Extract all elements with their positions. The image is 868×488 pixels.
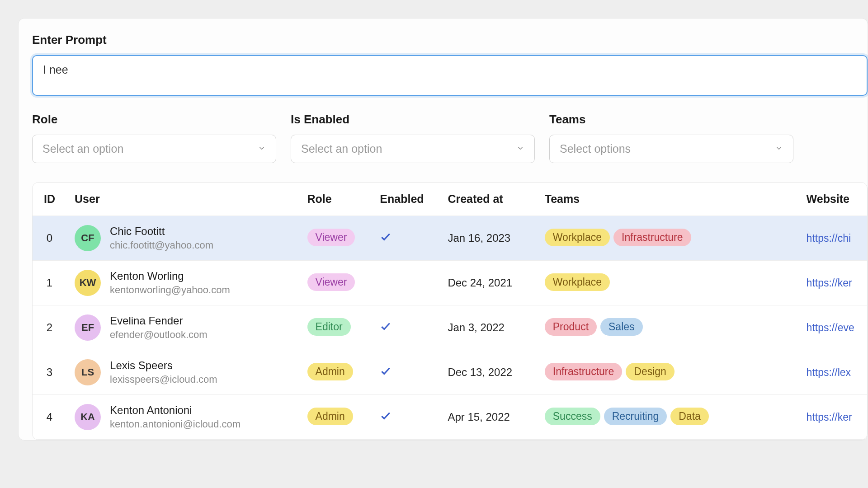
table-row[interactable]: 3LSLexis Speerslexisspeers@icloud.comAdm… bbox=[33, 350, 867, 395]
cell-teams: ProductSales bbox=[537, 305, 798, 350]
cell-id: 0 bbox=[33, 216, 66, 261]
table-row[interactable]: 0CFChic Footittchic.footitt@yahoo.comVie… bbox=[33, 216, 867, 261]
role-pill: Viewer bbox=[307, 229, 355, 246]
cell-website: https://ker bbox=[798, 395, 867, 440]
cell-created: Jan 3, 2022 bbox=[439, 305, 536, 350]
cell-role: Admin bbox=[299, 395, 372, 440]
cell-user: LSLexis Speerslexisspeers@icloud.com bbox=[66, 350, 299, 395]
cell-enabled bbox=[372, 305, 439, 350]
cell-teams: InfrastructureDesign bbox=[537, 350, 798, 395]
team-pill: Workplace bbox=[545, 229, 610, 246]
enabled-select-placeholder: Select an option bbox=[301, 142, 382, 155]
role-select-placeholder: Select an option bbox=[42, 142, 123, 155]
role-select[interactable]: Select an option bbox=[32, 135, 276, 163]
cell-created: Dec 24, 2021 bbox=[439, 261, 536, 305]
chevron-down-icon bbox=[775, 144, 783, 155]
avatar: CF bbox=[75, 225, 101, 251]
website-link[interactable]: https://lex bbox=[807, 366, 851, 378]
cell-id: 2 bbox=[33, 305, 66, 350]
user-email: efender@outlook.com bbox=[110, 329, 208, 341]
header-teams[interactable]: Teams bbox=[537, 183, 798, 216]
role-pill: Viewer bbox=[307, 273, 355, 291]
teams-select[interactable]: Select options bbox=[549, 135, 793, 163]
website-link[interactable]: https://ker bbox=[807, 411, 852, 423]
user-name: Chic Footitt bbox=[110, 225, 213, 238]
header-id[interactable]: ID bbox=[33, 183, 66, 216]
check-icon bbox=[380, 410, 392, 424]
team-pill: Product bbox=[545, 318, 597, 336]
cell-created: Dec 13, 2022 bbox=[439, 350, 536, 395]
user-email: lexisspeers@icloud.com bbox=[110, 374, 217, 385]
cell-user: EFEvelina Fenderefender@outlook.com bbox=[66, 305, 299, 350]
cell-id: 3 bbox=[33, 350, 66, 395]
header-user[interactable]: User bbox=[66, 183, 299, 216]
cell-id: 1 bbox=[33, 261, 66, 305]
cell-website: https://eve bbox=[798, 305, 867, 350]
cell-role: Editor bbox=[299, 305, 372, 350]
header-created[interactable]: Created at bbox=[439, 183, 536, 216]
user-name: Lexis Speers bbox=[110, 359, 217, 372]
team-pill: Workplace bbox=[545, 273, 610, 291]
chevron-down-icon bbox=[258, 144, 266, 155]
cell-created: Apr 15, 2022 bbox=[439, 395, 536, 440]
cell-teams: WorkplaceInfrastructure bbox=[537, 216, 798, 261]
role-pill: Admin bbox=[307, 408, 353, 425]
role-filter: Role Select an option bbox=[32, 113, 276, 163]
cell-teams: Workplace bbox=[537, 261, 798, 305]
cell-enabled bbox=[372, 216, 439, 261]
teams-select-placeholder: Select options bbox=[560, 142, 631, 155]
table-row[interactable]: 4KAKenton Antonionikenton.antonioni@iclo… bbox=[33, 395, 867, 440]
prompt-input[interactable] bbox=[32, 55, 868, 96]
cell-role: Viewer bbox=[299, 216, 372, 261]
enabled-filter-label: Is Enabled bbox=[291, 113, 535, 127]
team-pill: Sales bbox=[600, 318, 643, 336]
teams-filter-label: Teams bbox=[549, 113, 793, 127]
table-row[interactable]: 2EFEvelina Fenderefender@outlook.comEdit… bbox=[33, 305, 867, 350]
team-pill: Data bbox=[670, 408, 709, 425]
cell-enabled bbox=[372, 261, 439, 305]
cell-created: Jan 16, 2023 bbox=[439, 216, 536, 261]
prompt-label: Enter Prompt bbox=[32, 33, 868, 47]
teams-filter: Teams Select options bbox=[549, 113, 793, 163]
cell-role: Viewer bbox=[299, 261, 372, 305]
cell-enabled bbox=[372, 395, 439, 440]
user-email: kenton.antonioni@icloud.com bbox=[110, 418, 241, 430]
filters-row: Role Select an option Is Enabled Select … bbox=[32, 113, 868, 163]
cell-user: KAKenton Antonionikenton.antonioni@iclou… bbox=[66, 395, 299, 440]
cell-website: https://lex bbox=[798, 350, 867, 395]
website-link[interactable]: https://ker bbox=[807, 277, 852, 289]
header-website[interactable]: Website bbox=[798, 183, 867, 216]
cell-id: 4 bbox=[33, 395, 66, 440]
avatar: KA bbox=[75, 404, 101, 430]
cell-user: CFChic Footittchic.footitt@yahoo.com bbox=[66, 216, 299, 261]
avatar: KW bbox=[75, 270, 101, 296]
team-pill: Success bbox=[545, 408, 600, 425]
cell-role: Admin bbox=[299, 350, 372, 395]
enabled-select[interactable]: Select an option bbox=[291, 135, 535, 163]
cell-teams: SuccessRecruitingData bbox=[537, 395, 798, 440]
users-table: ID User Role Enabled Created at Teams We… bbox=[32, 182, 868, 440]
team-pill: Recruiting bbox=[604, 408, 667, 425]
user-name: Evelina Fender bbox=[110, 314, 208, 327]
avatar: EF bbox=[75, 314, 101, 341]
cell-user: KWKenton Worlingkentonworling@yahoo.com bbox=[66, 261, 299, 305]
header-role[interactable]: Role bbox=[299, 183, 372, 216]
avatar: LS bbox=[75, 359, 101, 385]
user-name: Kenton Antonioni bbox=[110, 404, 241, 417]
check-icon bbox=[380, 231, 392, 245]
team-pill: Design bbox=[626, 363, 675, 380]
role-filter-label: Role bbox=[32, 113, 276, 127]
role-pill: Admin bbox=[307, 363, 353, 380]
user-email: kentonworling@yahoo.com bbox=[110, 284, 230, 296]
enabled-filter: Is Enabled Select an option bbox=[291, 113, 535, 163]
cell-website: https://ker bbox=[798, 261, 867, 305]
header-enabled[interactable]: Enabled bbox=[372, 183, 439, 216]
user-name: Kenton Worling bbox=[110, 270, 230, 282]
website-link[interactable]: https://eve bbox=[807, 322, 854, 333]
role-pill: Editor bbox=[307, 318, 351, 336]
website-link[interactable]: https://chi bbox=[807, 232, 851, 244]
cell-enabled bbox=[372, 350, 439, 395]
team-pill: Infrastructure bbox=[545, 363, 623, 380]
table-row[interactable]: 1KWKenton Worlingkentonworling@yahoo.com… bbox=[33, 261, 867, 305]
check-icon bbox=[380, 365, 392, 380]
